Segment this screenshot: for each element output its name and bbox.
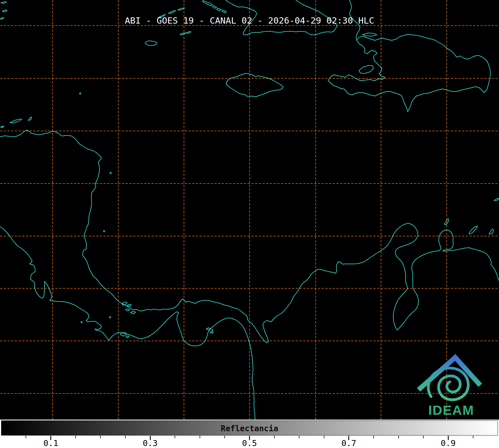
coastline-tortue-island [363, 33, 377, 36]
colorbar-tick-minor [224, 436, 225, 438]
colorbar-tick-label: 0.5 [242, 438, 257, 448]
colorbar-label: Reflectancia [1, 424, 498, 433]
coastline-jamaica [226, 73, 283, 97]
colorbar-tick-label: 0.7 [341, 438, 356, 448]
coastline-utila [1, 126, 4, 128]
colorbar-tick-minor [26, 436, 26, 438]
colorbar-gradient: Reflectancia [1, 420, 498, 436]
colorbar-tick-minor [175, 436, 175, 438]
colorbar-tick-minor [299, 436, 299, 438]
colorbar-tick-minor [373, 436, 374, 438]
coastline-gonave-island [359, 65, 373, 74]
colorbar-tick-label: 0.9 [441, 438, 455, 448]
colorbar-tick-minor [473, 436, 473, 438]
coastline-pacific-mainland [0, 227, 255, 420]
colorbar-tick-minor [274, 436, 275, 438]
colorbar-tick-minor [423, 436, 424, 438]
satellite-map [0, 0, 499, 420]
colorbar-tick-minor [100, 436, 101, 438]
colorbar: Reflectancia 0.10.30.50.70.9 [0, 420, 499, 448]
coastline-bonaire [489, 229, 494, 234]
ideam-logo-text: IDEAM [424, 402, 478, 418]
coastline-guanaja [28, 117, 32, 120]
colorbar-tick-label: 0.1 [43, 438, 58, 448]
coastline-cuba-cays [158, 1, 226, 18]
colorbar-tick-minor [200, 436, 200, 438]
colorbar-tick-minor [324, 436, 324, 438]
coastline-curacao [469, 226, 477, 234]
satellite-image-viewer: ABI - GOES 19 - CANAL 02 - 2026-04-29 02… [0, 0, 499, 448]
colorbar-tick-label: 0.3 [143, 438, 158, 448]
image-title: ABI - GOES 19 - CANAL 02 - 2026-04-29 02… [0, 15, 499, 26]
colorbar-tick-minor [125, 436, 126, 438]
ideam-spiral-icon [428, 368, 468, 400]
lat-lon-graticule [0, 0, 499, 420]
colorbar-tick-minor [75, 436, 76, 438]
coastline-roatan [10, 119, 22, 123]
colorbar-tick-minor [398, 436, 399, 438]
